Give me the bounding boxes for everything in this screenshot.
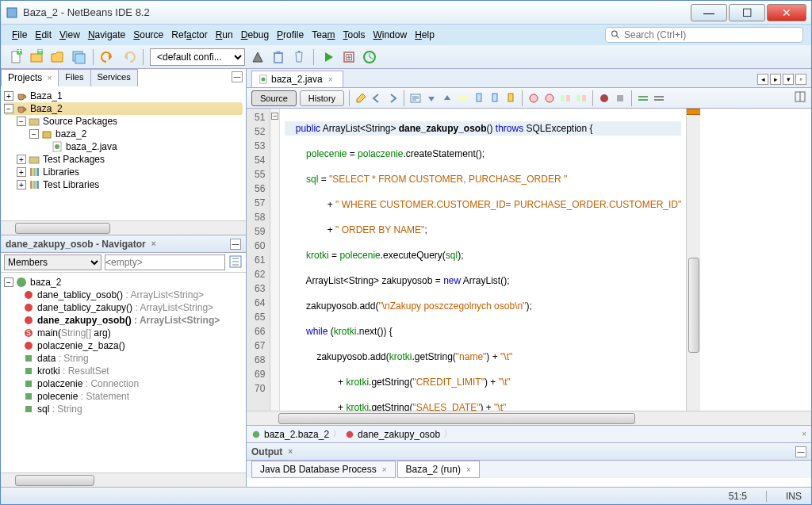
open-icon[interactable]	[50, 49, 66, 65]
method-icon	[23, 302, 34, 313]
expander-icon[interactable]: +	[17, 180, 26, 189]
expander-icon[interactable]: +	[17, 167, 26, 177]
debug-icon[interactable]: ⊞	[341, 49, 357, 65]
menu-run[interactable]: Run	[213, 27, 236, 43]
field-icon	[23, 365, 34, 377]
menu-edit[interactable]: Edit	[32, 27, 55, 43]
run-icon[interactable]	[320, 49, 336, 65]
horizontal-scrollbar[interactable]	[1, 220, 246, 235]
build-icon[interactable]	[250, 49, 266, 65]
menu-window[interactable]: Window	[370, 27, 411, 43]
close-icon[interactable]: ×	[328, 75, 333, 84]
toggle-bookmark-icon[interactable]	[504, 92, 517, 105]
menu-source[interactable]: Source	[130, 27, 167, 43]
svg-text:s: s	[26, 327, 31, 338]
diff-next-icon[interactable]	[575, 92, 588, 105]
output-tab-db[interactable]: Java DB Database Process×	[251, 461, 396, 478]
global-search[interactable]	[605, 27, 803, 43]
close-icon[interactable]: ×	[802, 430, 806, 438]
close-icon[interactable]: ×	[466, 465, 471, 474]
menu-file[interactable]: File	[9, 27, 30, 43]
find-prev-icon[interactable]	[425, 92, 438, 105]
expander-icon[interactable]: −	[4, 277, 13, 287]
close-icon[interactable]: ×	[382, 465, 387, 474]
redo-icon[interactable]	[121, 49, 136, 65]
menu-profile[interactable]: Profile	[274, 27, 307, 43]
navigator-filter-input[interactable]	[105, 254, 225, 270]
prev-error-icon[interactable]	[527, 92, 540, 105]
find-next-icon[interactable]	[441, 92, 454, 105]
menu-navigate[interactable]: Navigate	[85, 27, 128, 43]
minimize-panel-icon[interactable]: —	[232, 71, 243, 82]
new-file-icon[interactable]: +	[9, 49, 25, 65]
expander-icon[interactable]: +	[17, 155, 26, 164]
maximize-editor-icon[interactable]: ▫	[795, 74, 806, 85]
expander-icon[interactable]: +	[4, 91, 13, 101]
comment-icon[interactable]	[637, 92, 649, 105]
next-tab-icon[interactable]: ▸	[770, 74, 781, 85]
close-icon[interactable]: ×	[47, 74, 52, 82]
code-fold-gutter[interactable]: −	[270, 109, 280, 411]
next-error-icon[interactable]	[543, 92, 556, 105]
find-selection-icon[interactable]	[409, 92, 422, 105]
search-input[interactable]	[624, 29, 798, 40]
profile-icon[interactable]	[362, 49, 377, 65]
toggle-highlight-icon[interactable]	[457, 92, 469, 105]
forward-icon[interactable]	[386, 92, 399, 105]
close-icon[interactable]: ×	[151, 239, 156, 248]
record-macro-icon[interactable]	[598, 92, 611, 105]
line-number-gutter[interactable]: 5152535455565758596061626364656667686970	[247, 109, 270, 411]
menu-team[interactable]: Team	[308, 27, 338, 43]
minimize-panel-icon[interactable]: —	[230, 239, 241, 250]
expander-icon[interactable]: −	[4, 104, 13, 113]
split-editor-icon[interactable]	[794, 90, 806, 103]
new-project-icon[interactable]: +	[29, 49, 45, 65]
save-all-icon[interactable]	[71, 49, 86, 65]
files-tab[interactable]: Files	[58, 69, 90, 86]
config-select[interactable]: <default confi...	[150, 48, 245, 66]
uncomment-icon[interactable]	[653, 92, 665, 105]
close-button[interactable]: ✕	[767, 4, 806, 21]
undo-icon[interactable]	[100, 49, 116, 65]
breadcrumb-class[interactable]: baza_2.baza_2	[264, 429, 329, 440]
last-edit-icon[interactable]	[354, 92, 367, 105]
menu-view[interactable]: View	[56, 27, 83, 43]
source-view-button[interactable]: Source	[251, 90, 297, 106]
filter-settings-icon[interactable]	[228, 254, 243, 269]
services-tab[interactable]: Services	[90, 69, 138, 86]
class-icon	[251, 430, 261, 439]
svg-rect-38	[25, 406, 32, 412]
vertical-scrollbar[interactable]	[686, 109, 700, 411]
bookmark-next-icon[interactable]	[488, 92, 501, 105]
navigator-tree[interactable]: −baza_2 dane_tablicy_osob() : ArrayList<…	[1, 273, 246, 472]
projects-tree[interactable]: +Baza_1 −Baza_2 −Source Packages −baza_2…	[1, 86, 246, 220]
bookmark-prev-icon[interactable]	[473, 92, 485, 105]
menu-refactor[interactable]: Refactor	[168, 27, 210, 43]
members-select[interactable]: Members	[4, 254, 102, 270]
expander-icon[interactable]: −	[17, 117, 26, 126]
horizontal-scrollbar[interactable]	[247, 411, 811, 425]
projects-tab[interactable]: Projects ×	[1, 69, 59, 86]
menu-tools[interactable]: Tools	[339, 27, 368, 43]
file-tab[interactable]: baza_2.java×	[251, 71, 343, 87]
stop-macro-icon[interactable]	[614, 92, 626, 105]
output-tab-run[interactable]: Baza_2 (run)×	[397, 461, 480, 478]
breadcrumb-method[interactable]: dane_zakupy_osob	[358, 429, 440, 440]
expander-icon[interactable]: −	[29, 129, 39, 139]
horizontal-scrollbar[interactable]	[1, 472, 246, 487]
minimize-panel-icon[interactable]: —	[795, 446, 806, 457]
prev-tab-icon[interactable]: ◂	[757, 74, 768, 85]
minimize-button[interactable]: —	[691, 4, 727, 21]
statusbar: 51:5 INS	[1, 487, 811, 504]
maximize-button[interactable]: ☐	[729, 4, 765, 21]
close-icon[interactable]: ×	[288, 447, 293, 456]
menu-debug[interactable]: Debug	[238, 27, 272, 43]
menu-help[interactable]: Help	[412, 27, 438, 43]
diff-prev-icon[interactable]	[559, 92, 572, 105]
history-view-button[interactable]: History	[300, 90, 344, 106]
back-icon[interactable]	[370, 92, 383, 105]
clean-build-icon[interactable]	[270, 49, 286, 65]
clean-icon[interactable]	[291, 49, 307, 65]
code-editor[interactable]: 5152535455565758596061626364656667686970…	[247, 109, 811, 411]
doc-list-icon[interactable]: ▾	[783, 74, 794, 85]
